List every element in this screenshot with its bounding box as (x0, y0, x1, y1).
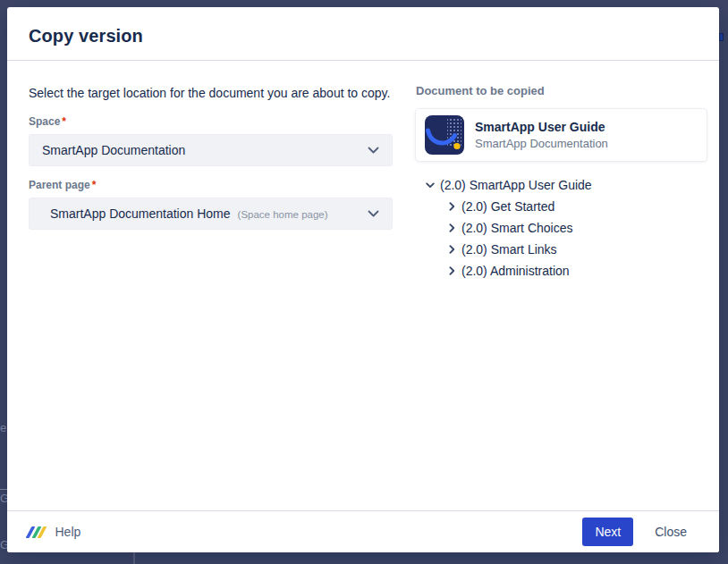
parent-page-select-value: SmartApp Documentation Home (50, 206, 231, 221)
copy-version-dialog: Copy version Select the target location … (7, 7, 719, 552)
dialog-header: Copy version (7, 7, 719, 61)
help-label: Help (55, 525, 81, 539)
tree-item-label: (2.0) Get Started (461, 199, 554, 214)
tree-item-label: (2.0) Smart Choices (461, 221, 572, 235)
tree-item[interactable]: (2.0) Administration (416, 260, 708, 282)
tree-item-label: (2.0) SmartApp User Guide (440, 178, 592, 192)
tree-item-label: (2.0) Smart Links (461, 242, 557, 257)
next-button[interactable]: Next (582, 518, 633, 546)
required-asterisk: * (62, 115, 66, 128)
tree-item-label: (2.0) Administration (461, 264, 570, 278)
chevron-right-icon[interactable] (444, 264, 459, 278)
tree-item[interactable]: (2.0) Get Started (416, 196, 708, 217)
close-button[interactable]: Close (644, 518, 698, 546)
document-card: SmartApp User Guide SmartApp Documentati… (416, 109, 707, 161)
help-link[interactable]: Help (29, 525, 80, 539)
document-app-icon (425, 115, 464, 155)
backdrop-seam (133, 552, 135, 564)
space-select-value: SmartApp Documentation (42, 143, 185, 157)
tree-item[interactable]: (2.0) Smart Links (416, 239, 708, 260)
intro-text: Select the target location for the docum… (29, 84, 393, 103)
required-asterisk: * (92, 179, 97, 191)
parent-page-label: Parent page* (29, 179, 393, 191)
tree-item[interactable]: (2.0) SmartApp User Guide (416, 174, 708, 196)
vendor-logo-icon (29, 526, 47, 538)
chevron-right-icon[interactable] (444, 221, 459, 235)
parent-page-select[interactable]: SmartApp Documentation Home (Space home … (29, 198, 393, 230)
space-select[interactable]: SmartApp Documentation (29, 134, 393, 166)
chevron-right-icon[interactable] (444, 199, 459, 214)
chevron-right-icon[interactable] (444, 242, 459, 257)
dialog-title: Copy version (29, 26, 698, 46)
parent-page-hint: (Space home page) (238, 209, 328, 220)
chevron-down-icon[interactable] (423, 178, 437, 192)
document-preview-panel: Document to be copied (416, 84, 708, 282)
chevron-down-icon (368, 147, 379, 154)
tree-item[interactable]: (2.0) Smart Choices (416, 217, 708, 239)
backdrop-link-fragment (719, 33, 724, 41)
preview-heading: Document to be copied (416, 84, 708, 97)
page-tree: (2.0) SmartApp User Guide(2.0) Get Start… (416, 174, 708, 282)
document-space: SmartApp Documentation (475, 137, 608, 150)
backdrop-divider-fragment (0, 489, 7, 490)
chevron-down-icon (368, 210, 379, 217)
space-label: Space* (29, 115, 393, 128)
document-title: SmartApp User Guide (475, 120, 608, 134)
dialog-footer: Help Next Close (7, 510, 719, 552)
target-location-form: Select the target location for the docum… (29, 84, 393, 282)
